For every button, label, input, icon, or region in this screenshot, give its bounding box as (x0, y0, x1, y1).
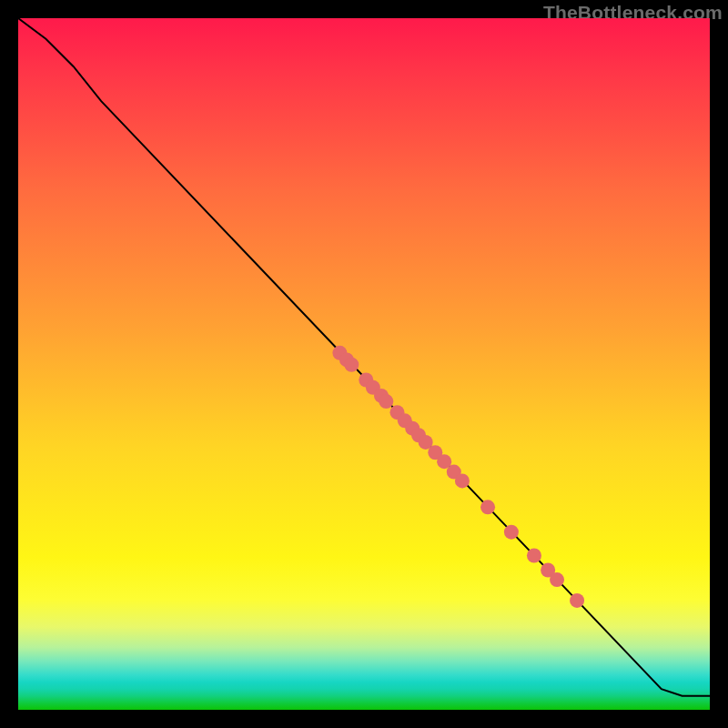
data-marker (550, 572, 564, 587)
data-marker (570, 593, 584, 608)
data-marker (527, 549, 541, 563)
chart-stage: TheBottleneck.com (0, 0, 728, 728)
plot-area (18, 18, 710, 710)
data-marker-group (332, 346, 584, 608)
bottleneck-curve (18, 18, 710, 696)
chart-svg (18, 18, 710, 710)
data-marker (455, 473, 470, 488)
data-marker (379, 394, 393, 409)
data-marker (480, 500, 495, 514)
data-marker (344, 358, 359, 372)
data-marker (504, 525, 519, 540)
